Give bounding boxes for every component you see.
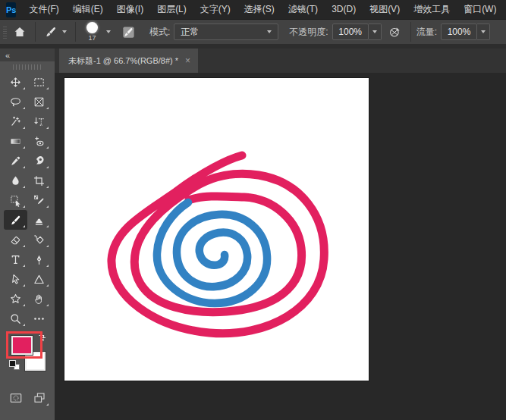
- rectangular-marquee-tool[interactable]: [27, 72, 51, 92]
- opacity-value: 100%: [338, 27, 362, 37]
- flow-dropdown-button[interactable]: [477, 24, 490, 40]
- quick-mask-icon: [9, 391, 23, 405]
- default-black-swatch: [9, 360, 16, 367]
- menu-item-3[interactable]: 图层(L): [150, 0, 193, 19]
- opacity-input[interactable]: 100%: [332, 24, 369, 40]
- flow-value: 100%: [448, 27, 471, 37]
- flow-control: 100%: [441, 24, 490, 40]
- menu-item-8[interactable]: 视图(V): [363, 0, 407, 19]
- zoom-tool[interactable]: [4, 309, 27, 328]
- canvas-drawing: [64, 78, 369, 381]
- sampler-icon: [33, 194, 46, 207]
- menu-items: 文件(F)编辑(E)图像(I)图层(L)文字(Y)选择(S)滤镜(T)3D(D)…: [22, 0, 506, 19]
- frame-tool[interactable]: [27, 92, 51, 111]
- crop-icon: [33, 174, 46, 187]
- move-tool[interactable]: [4, 72, 27, 92]
- material-icon: [33, 155, 46, 168]
- screen-mode-button[interactable]: [27, 389, 51, 407]
- brush-tool[interactable]: [4, 210, 27, 230]
- document-title: 未标题-1 @ 66.7%(RGB/8#) *: [68, 55, 178, 67]
- wand-icon: [9, 115, 22, 128]
- slice-select-tool[interactable]: [4, 190, 27, 210]
- tools-panel: «: [0, 49, 55, 420]
- magic-wand-tool[interactable]: [4, 111, 27, 131]
- lasso-tool[interactable]: [4, 92, 27, 111]
- brush-tip-icon: [86, 22, 98, 33]
- typemask-icon: [33, 115, 46, 128]
- color-swatches: [0, 331, 55, 380]
- brush-preset-picker[interactable]: 17: [81, 21, 114, 42]
- type-mask-tool[interactable]: [27, 111, 51, 131]
- gradient-tool[interactable]: [4, 131, 27, 151]
- menu-item-1[interactable]: 编辑(E): [66, 0, 110, 19]
- toolbar-collapse-button[interactable]: «: [0, 49, 55, 61]
- separator: [410, 22, 411, 42]
- menu-item-0[interactable]: 文件(F): [22, 0, 65, 19]
- photoshop-logo[interactable]: Ps: [6, 2, 16, 17]
- flow-input[interactable]: 100%: [441, 24, 477, 40]
- hand-icon: [33, 293, 46, 306]
- tool-grid: [0, 72, 55, 328]
- blend-mode-select[interactable]: 正常: [174, 24, 278, 40]
- document-tab-bar: 未标题-1 @ 66.7%(RGB/8#) * ×: [55, 49, 506, 73]
- shape-tool[interactable]: [27, 269, 51, 289]
- frame-icon: [33, 96, 46, 108]
- edit-toolbar[interactable]: [27, 309, 51, 328]
- current-tool-button[interactable]: [41, 21, 70, 42]
- material-eyedropper-tool[interactable]: [27, 151, 51, 171]
- eraser-icon: [9, 234, 22, 246]
- crop-tool[interactable]: [27, 171, 51, 190]
- tool-options-bar: 17 模式: 正常 不透明度: 100% 流量: 100%: [0, 19, 506, 44]
- bucket-icon: [33, 234, 46, 246]
- clone-stamp-tool[interactable]: [27, 210, 51, 230]
- document-canvas[interactable]: [64, 78, 369, 381]
- brush-icon: [44, 25, 58, 39]
- toolbar-grip[interactable]: [0, 61, 55, 72]
- document-tab[interactable]: 未标题-1 @ 66.7%(RGB/8#) * ×: [59, 49, 198, 73]
- pen-tool[interactable]: [27, 249, 51, 269]
- red-eye-tool[interactable]: [27, 131, 51, 151]
- blur-tool[interactable]: [4, 171, 27, 190]
- tab-close-icon[interactable]: ×: [185, 55, 190, 66]
- chevron-down-icon: [62, 30, 67, 33]
- selection-highlight-box: [6, 331, 42, 359]
- pressure-opacity-button[interactable]: [385, 21, 405, 42]
- pen-pressure-icon: [388, 25, 402, 39]
- arrow-icon: [9, 273, 22, 286]
- custom-shape-tool[interactable]: [4, 289, 27, 309]
- brush-preset-preview: 17: [86, 22, 98, 42]
- chevron-down-icon: [481, 30, 486, 33]
- menu-bar: Ps 文件(F)编辑(E)图像(I)图层(L)文字(Y)选择(S)滤镜(T)3D…: [0, 0, 506, 19]
- menu-item-2[interactable]: 图像(I): [110, 0, 150, 19]
- default-colors-button[interactable]: [9, 360, 20, 370]
- type-tool[interactable]: [4, 249, 27, 269]
- type-icon: [9, 253, 22, 266]
- dots-icon: [33, 312, 46, 325]
- eyedropper-tool[interactable]: [4, 151, 27, 171]
- paint-bucket-tool[interactable]: [27, 230, 51, 249]
- document-area: 未标题-1 @ 66.7%(RGB/8#) * ×: [55, 49, 506, 420]
- opacity-label: 不透明度:: [289, 26, 328, 39]
- marquee-icon: [33, 76, 46, 89]
- eraser-tool[interactable]: [4, 230, 27, 249]
- menu-item-9[interactable]: 增效工具: [407, 0, 457, 19]
- direct-selection-tool[interactable]: [4, 269, 27, 289]
- menu-item-11[interactable]: 帮助(H): [503, 0, 506, 19]
- hand-tool[interactable]: [27, 289, 51, 309]
- menu-item-5[interactable]: 选择(S): [237, 0, 281, 19]
- menu-item-10[interactable]: 窗口(W): [457, 0, 503, 19]
- quick-mask-button[interactable]: [4, 389, 27, 407]
- options-bar-grip[interactable]: [3, 25, 7, 39]
- menu-item-7[interactable]: 3D(D): [325, 0, 363, 19]
- toggle-brush-settings-button[interactable]: [118, 21, 139, 42]
- chevron-down-icon: [267, 30, 272, 33]
- blur-icon: [9, 174, 22, 187]
- opacity-dropdown-button[interactable]: [369, 24, 382, 40]
- home-button[interactable]: [10, 21, 30, 42]
- collapse-chevrons-icon: «: [5, 51, 9, 60]
- toolbar-modes: [0, 389, 55, 407]
- pen-icon: [33, 253, 46, 266]
- color-sampler-tool[interactable]: [27, 190, 51, 210]
- menu-item-4[interactable]: 文字(Y): [193, 0, 237, 19]
- menu-item-6[interactable]: 滤镜(T): [281, 0, 325, 19]
